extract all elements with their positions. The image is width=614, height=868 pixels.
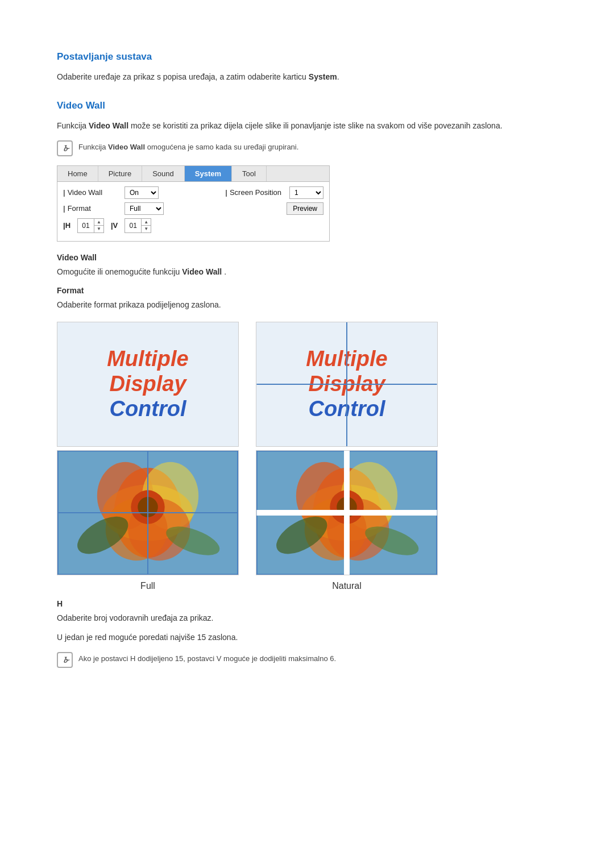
mdc-text-natural: Multiple Display Control bbox=[306, 347, 388, 421]
format-images-row: Multiple Display Control bbox=[57, 322, 557, 591]
ui-panel: Home Picture Sound System Tool Video Wal… bbox=[57, 165, 330, 242]
tab-picture[interactable]: Picture bbox=[98, 166, 142, 181]
v-spin[interactable]: 01 ▲ ▼ bbox=[125, 218, 151, 233]
section1-intro: Odaberite uređaje za prikaz s popisa ure… bbox=[57, 70, 557, 83]
h-down-arrow[interactable]: ▼ bbox=[94, 226, 103, 232]
subsection-videowall-title: Video Wall bbox=[57, 253, 557, 262]
subsection-videowall-text: Omogućite ili onemogućite funkciju Video… bbox=[57, 265, 557, 278]
preview-button[interactable]: Preview bbox=[287, 202, 323, 215]
panel-row-videowall: Video Wall On Off Screen Position 1 2 bbox=[63, 186, 323, 199]
h-prefix: |H bbox=[63, 221, 70, 230]
format-full-block: Multiple Display Control bbox=[57, 322, 239, 591]
format-natural-label: Natural bbox=[332, 581, 362, 591]
tab-home[interactable]: Home bbox=[57, 166, 98, 181]
v-down-arrow[interactable]: ▼ bbox=[142, 226, 151, 232]
note2-box: 𝓫 Ako je postavci H dodijeljeno 15, post… bbox=[57, 652, 557, 668]
section2-title: Video Wall bbox=[57, 100, 557, 111]
panel-body: Video Wall On Off Screen Position 1 2 Fo… bbox=[57, 182, 329, 241]
subsection-format-text: Odaberite format prikaza podijeljenog za… bbox=[57, 298, 557, 311]
h-spin[interactable]: 01 ▲ ▼ bbox=[77, 218, 104, 233]
tab-system[interactable]: System bbox=[185, 166, 232, 181]
mdc-text-full: Multiple Display Control bbox=[107, 347, 189, 421]
note-icon: 𝓫 bbox=[57, 140, 73, 156]
note1-text: Funkcija Video Wall omogućena je samo ka… bbox=[78, 140, 298, 151]
v-prefix: |V bbox=[111, 221, 118, 230]
subsection-h-title: H bbox=[57, 599, 557, 608]
h-up-arrow[interactable]: ▲ bbox=[94, 219, 103, 226]
v-up-arrow[interactable]: ▲ bbox=[142, 219, 151, 226]
section2-para: Funkcija Video Wall može se koristiti za… bbox=[57, 119, 557, 132]
h-value: 01 bbox=[78, 221, 94, 231]
format-natural-flower bbox=[256, 450, 438, 575]
tab-bar: Home Picture Sound System Tool bbox=[57, 166, 329, 182]
subsection-format-title: Format bbox=[57, 286, 557, 295]
panel-row-hv: |H 01 ▲ ▼ |V 01 ▲ ▼ bbox=[63, 218, 323, 233]
format-natural-image-top: Multiple Display Control bbox=[256, 322, 438, 447]
screen-position-dropdown[interactable]: 1 2 bbox=[289, 186, 323, 199]
tab-sound[interactable]: Sound bbox=[142, 166, 185, 181]
section1-title: Postavljanje sustava bbox=[57, 51, 557, 63]
note2-text: Ako je postavci H dodijeljeno 15, postav… bbox=[78, 652, 336, 663]
format-dropdown[interactable]: Full Natural bbox=[125, 202, 164, 215]
videowall-dropdown[interactable]: On Off bbox=[125, 186, 159, 199]
format-natural-block: Multiple Display Control bbox=[256, 322, 438, 591]
subsection-h-text2: U jedan je red moguće poredati najviše 1… bbox=[57, 631, 557, 643]
format-label: Format bbox=[63, 204, 120, 213]
tab-tool[interactable]: Tool bbox=[232, 166, 267, 181]
screen-position-label: Screen Position bbox=[225, 188, 281, 197]
format-full-flower bbox=[57, 450, 239, 575]
v-value: 01 bbox=[125, 221, 141, 231]
panel-row-format: Format Full Natural Preview bbox=[63, 202, 323, 215]
note2-icon: 𝓫 bbox=[57, 652, 73, 668]
videowall-label: Video Wall bbox=[63, 188, 120, 197]
format-full-image-top: Multiple Display Control bbox=[57, 322, 239, 447]
format-full-label: Full bbox=[140, 581, 155, 591]
note1-box: 𝓫 Funkcija Video Wall omogućena je samo … bbox=[57, 140, 557, 156]
subsection-h-text1: Odaberite broj vodoravnih uređaja za pri… bbox=[57, 612, 557, 624]
svg-rect-29 bbox=[256, 510, 437, 516]
